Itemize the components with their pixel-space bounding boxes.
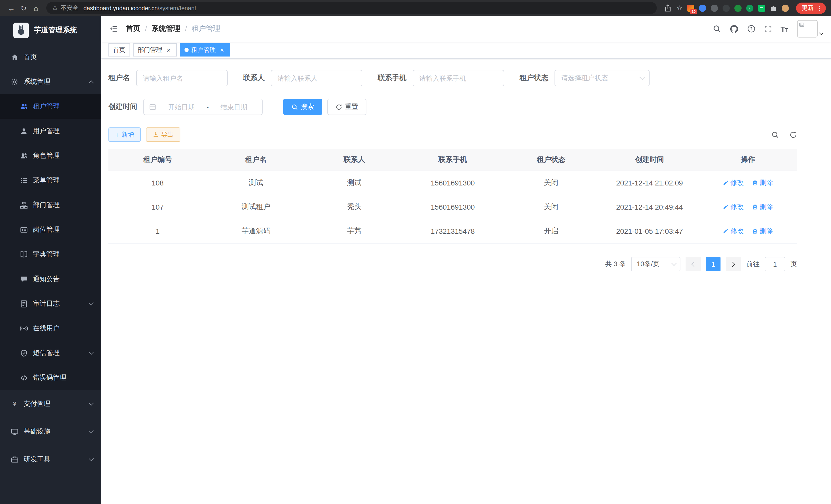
browser-address-bar[interactable]: ⚠ 不安全 dashboard.yudao.iocoder.cn/system/… — [46, 2, 657, 14]
github-icon[interactable] — [729, 24, 738, 33]
sidebar-toggle-button[interactable] — [110, 25, 118, 33]
breadcrumb-home[interactable]: 首页 — [126, 24, 140, 33]
date-start-input[interactable] — [158, 103, 204, 111]
user-avatar-menu[interactable] — [797, 20, 823, 37]
navbar-actions: TT — [713, 20, 823, 37]
extensions-puzzle-icon[interactable] — [770, 4, 777, 11]
sidebar-item-user[interactable]: 用户管理 — [0, 119, 101, 143]
toggle-search-icon[interactable] — [771, 131, 779, 139]
sidebar-item-error-code[interactable]: 错误码管理 — [0, 365, 101, 390]
sidebar-item-infra[interactable]: 基础设施 — [0, 418, 101, 445]
book-icon — [20, 250, 28, 259]
cell-tenant-name: 测试租户 — [207, 195, 305, 219]
goto-page-input[interactable] — [765, 257, 785, 271]
status-select[interactable]: 请选择租户状态 — [554, 70, 650, 86]
delete-button[interactable]: 删除 — [752, 202, 773, 212]
edit-button[interactable]: 修改 — [723, 202, 744, 212]
add-button[interactable]: +新增 — [109, 127, 141, 142]
cell-actions: 修改 删除 — [699, 219, 797, 243]
share-icon[interactable] — [664, 4, 672, 12]
pagination-total: 共 3 条 — [605, 260, 626, 269]
cell-tenant-id: 1 — [109, 219, 207, 243]
sidebar-item-label: 菜单管理 — [33, 176, 93, 185]
refresh-icon[interactable] — [790, 131, 797, 139]
cell-contact: 芋艿 — [305, 219, 404, 243]
browser-update-button[interactable]: 更新⋮ — [796, 2, 826, 13]
browser-back-button[interactable]: ← — [5, 4, 18, 12]
sidebar-item-label: 字典管理 — [33, 250, 93, 259]
sidebar-item-dict[interactable]: 字典管理 — [0, 242, 101, 267]
col-tenant-id: 租户编号 — [109, 149, 207, 171]
chevron-right-icon — [730, 262, 735, 267]
browser-reload-button[interactable]: ↻ — [18, 4, 30, 12]
delete-button[interactable]: 删除 — [752, 227, 773, 236]
browser-menu-icon[interactable]: ⋮ — [816, 4, 823, 11]
bookmark-star-icon[interactable]: ☆ — [677, 4, 683, 12]
active-dot — [184, 48, 189, 52]
sidebar-item-home[interactable]: 首页 — [0, 45, 101, 69]
close-icon[interactable]: × — [165, 46, 172, 53]
profile-avatar-icon[interactable] — [782, 4, 789, 11]
tab-dept[interactable]: 部门管理× — [133, 43, 177, 57]
cell-created: 2021-12-14 20:49:44 — [600, 195, 699, 219]
sidebar-item-online-user[interactable]: 在线用户 — [0, 316, 101, 340]
extension-icon-green[interactable] — [735, 4, 742, 11]
filter-label: 创建时间 — [109, 102, 137, 112]
tenant-table: 租户编号 租户名 联系人 联系手机 租户状态 创建时间 操作 108 测试 — [109, 149, 797, 243]
breadcrumb-system[interactable]: 系统管理 — [152, 24, 180, 33]
help-icon[interactable] — [747, 25, 755, 33]
prev-page-button[interactable] — [686, 257, 701, 271]
sidebar-logo[interactable]: 芋道管理系统 — [0, 16, 101, 45]
table-row: 108 测试 测试 15601691300 关闭 2021-12-14 21:0… — [109, 171, 797, 195]
export-button[interactable]: 导出 — [146, 127, 180, 142]
filter-contact: 联系人 — [243, 70, 362, 86]
page-number-1[interactable]: 1 — [706, 257, 720, 271]
broadcast-icon — [20, 324, 28, 332]
edit-button[interactable]: 修改 — [723, 178, 744, 187]
sidebar-item-notice[interactable]: 通知公告 — [0, 267, 101, 291]
browser-home-button[interactable]: ⌂ — [30, 4, 42, 12]
delete-button[interactable]: 删除 — [752, 178, 773, 187]
date-end-input[interactable] — [211, 103, 257, 111]
search-icon[interactable] — [713, 25, 721, 33]
extension-icon-dark[interactable] — [722, 4, 730, 11]
extension-icon-green-square[interactable]: ▭ — [758, 4, 765, 11]
sidebar-item-role[interactable]: 角色管理 — [0, 143, 101, 168]
date-range-picker[interactable]: - — [143, 99, 263, 115]
tab-home[interactable]: 首页 — [109, 43, 130, 57]
tenant-name-input[interactable] — [136, 70, 228, 86]
sidebar-item-menu[interactable]: 菜单管理 — [0, 168, 101, 192]
edit-button[interactable]: 修改 — [723, 227, 744, 236]
sidebar-item-label: 系统管理 — [24, 77, 84, 86]
reset-button[interactable]: 重置 — [327, 99, 366, 115]
extension-icon-blue[interactable] — [699, 4, 706, 11]
table-header-row: 租户编号 租户名 联系人 联系手机 租户状态 创建时间 操作 — [109, 149, 797, 171]
sidebar-item-tenant[interactable]: 租户管理 — [0, 94, 101, 119]
sidebar-item-sms[interactable]: 短信管理 — [0, 340, 101, 365]
tab-tenant[interactable]: 租户管理× — [180, 43, 230, 57]
page-size-select[interactable]: 10条/页 — [631, 257, 681, 271]
sidebar-item-system[interactable]: 系统管理 — [0, 69, 101, 94]
not-secure-icon: ⚠ — [52, 5, 58, 11]
col-status: 租户状态 — [502, 149, 600, 171]
chevron-left-icon — [691, 262, 697, 267]
col-tenant-name: 租户名 — [207, 149, 305, 171]
phone-input[interactable] — [413, 70, 504, 86]
extension-icon-green-check[interactable]: ✓ — [746, 4, 753, 11]
contact-input[interactable] — [271, 70, 362, 86]
next-page-button[interactable] — [726, 257, 741, 271]
tree-icon — [20, 201, 28, 209]
font-size-icon[interactable]: TT — [780, 24, 789, 33]
close-icon[interactable]: × — [219, 46, 226, 53]
breadcrumb: 首页 / 系统管理 / 租户管理 — [126, 24, 221, 33]
search-button[interactable]: 搜索 — [283, 99, 322, 115]
extension-icon-badged[interactable]: 10 — [687, 4, 694, 11]
sidebar-item-pay[interactable]: 支付管理 — [0, 390, 101, 418]
fullscreen-icon[interactable] — [764, 25, 772, 33]
extension-icon-gray[interactable] — [711, 4, 718, 11]
sidebar-item-post[interactable]: 岗位管理 — [0, 217, 101, 242]
document-icon — [20, 299, 28, 308]
sidebar-item-audit-log[interactable]: 审计日志 — [0, 291, 101, 316]
sidebar-item-dev-tools[interactable]: 研发工具 — [0, 445, 101, 473]
sidebar-item-dept[interactable]: 部门管理 — [0, 192, 101, 217]
